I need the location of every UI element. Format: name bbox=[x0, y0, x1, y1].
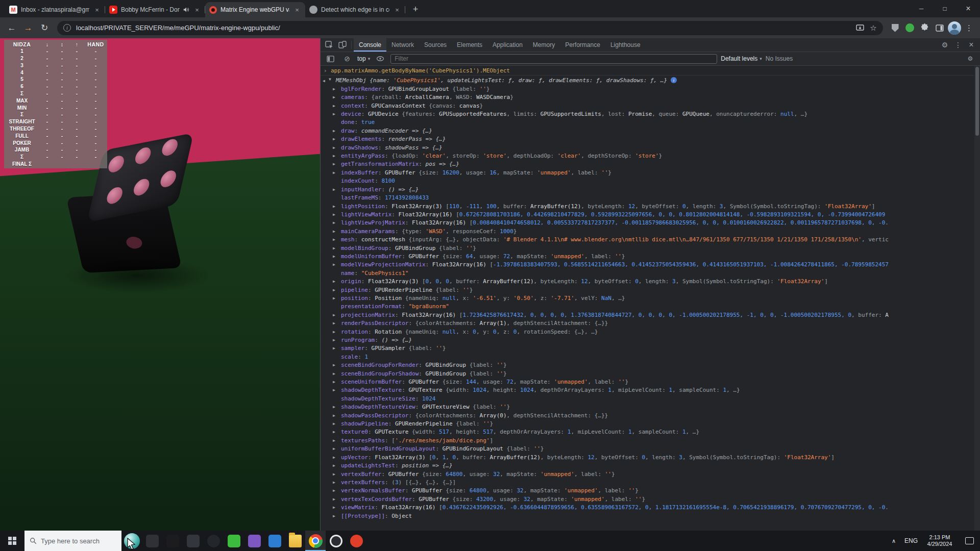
expand-triangle-icon[interactable]: ▶ bbox=[333, 135, 335, 143]
console-property-row[interactable]: ▶upVector: Float32Array(3) [0, 1, 0, buf… bbox=[321, 454, 974, 462]
extension-shield-icon[interactable] bbox=[888, 21, 902, 35]
expand-triangle-icon[interactable]: ▶ bbox=[333, 203, 335, 211]
score-cell[interactable]: - bbox=[69, 105, 84, 111]
score-cell[interactable]: - bbox=[55, 140, 69, 146]
console-property-row[interactable]: ▶bglForRender: GPUBindGroupLayout {label… bbox=[321, 85, 974, 93]
browser-tab[interactable]: Detect which edge is in contac× bbox=[305, 2, 405, 17]
console-property-row[interactable]: ▶modelBindGroup: GPUBindGroup {label: ''… bbox=[321, 244, 974, 253]
console-property-row[interactable]: ▶origin: Float32Array(3) [0, 0, 0, buffe… bbox=[321, 278, 974, 286]
console-property-row[interactable]: ▶getTransformationMatrix: pos => {…} bbox=[321, 160, 974, 168]
console-output[interactable]: ›app.matrixAmmo.getBodyByName('CubePhysi… bbox=[321, 66, 980, 531]
toggle-device-toolbar-icon[interactable] bbox=[336, 39, 349, 51]
score-cell[interactable]: - bbox=[69, 48, 84, 54]
expand-triangle-icon[interactable]: ▶ bbox=[333, 412, 335, 420]
console-property-row[interactable]: ▶context: GPUCanvasContext {canvas: canv… bbox=[321, 102, 974, 110]
window-minimize-button[interactable]: ─ bbox=[910, 0, 933, 17]
expand-triangle-icon[interactable]: ▶ bbox=[333, 286, 335, 294]
console-property-row[interactable]: ▶sceneBindGroupForRender: GPUBindGroup {… bbox=[321, 361, 974, 369]
taskbar-terminal-app-button[interactable] bbox=[162, 531, 183, 551]
console-property-row[interactable]: presentationFormat: "bgra8unorm" bbox=[321, 303, 974, 311]
expand-triangle-icon[interactable]: ▶ bbox=[333, 487, 335, 495]
devtools-menu-kebab-icon[interactable]: ⋮ bbox=[951, 39, 965, 51]
console-property-row[interactable]: ▶rotation: Rotation {nameUniq: null, x: … bbox=[321, 328, 974, 336]
score-cell[interactable]: - bbox=[55, 154, 69, 160]
taskbar-search-input[interactable]: Type here to search bbox=[24, 531, 121, 551]
issues-counter[interactable]: No Issues bbox=[766, 55, 793, 62]
expand-triangle-icon[interactable]: ▶ bbox=[333, 278, 335, 286]
taskbar-dev-app-button[interactable] bbox=[183, 531, 203, 551]
audio-speaker-icon[interactable] bbox=[183, 7, 189, 13]
expand-triangle-icon[interactable]: ▶ bbox=[333, 495, 335, 504]
score-cell[interactable]: - bbox=[55, 105, 69, 111]
score-cell[interactable]: - bbox=[55, 84, 69, 89]
score-cell[interactable]: - bbox=[40, 119, 55, 124]
window-close-button[interactable]: × bbox=[957, 0, 980, 17]
score-cell[interactable]: - bbox=[84, 119, 107, 124]
console-property-row[interactable]: ▶shadowPassDescriptor: {colorAttachments… bbox=[321, 412, 974, 420]
console-property-row[interactable]: ▶mesh: constructMesh {inputArg: {…}, obj… bbox=[321, 236, 974, 244]
score-cell[interactable]: - bbox=[69, 126, 84, 132]
taskbar-dark-app-button[interactable] bbox=[142, 531, 162, 551]
expand-triangle-icon[interactable]: ▼ bbox=[329, 76, 331, 84]
expand-triangle-icon[interactable]: ▶ bbox=[333, 127, 335, 135]
console-property-row[interactable]: scale: 1 bbox=[321, 353, 974, 361]
url-text[interactable]: localhost/PRIVATE_SERVER/me/meGPU/matrix… bbox=[76, 24, 853, 32]
score-cell[interactable]: - bbox=[84, 56, 107, 61]
bookmark-star-icon[interactable]: ☆ bbox=[867, 21, 880, 35]
console-property-row[interactable]: ▶viewMatrix: Float32Array(16) [0.4367622… bbox=[321, 504, 974, 512]
window-maximize-button[interactable]: □ bbox=[933, 0, 957, 17]
score-cell[interactable]: - bbox=[40, 84, 55, 89]
browser-menu-kebab-icon[interactable]: ⋮ bbox=[962, 21, 976, 35]
console-property-row[interactable]: ▶position: Position {nameUniq: null, x: … bbox=[321, 294, 974, 303]
score-cell[interactable]: - bbox=[40, 105, 55, 111]
language-indicator[interactable]: ENG bbox=[901, 537, 921, 544]
expand-triangle-icon[interactable]: ▶ bbox=[333, 152, 335, 160]
expand-triangle-icon[interactable]: ▶ bbox=[333, 361, 335, 369]
address-bar[interactable]: i localhost/PRIVATE_SERVER/me/meGPU/matr… bbox=[57, 21, 883, 35]
extensions-puzzle-icon[interactable] bbox=[918, 21, 932, 35]
devtools-tab-memory[interactable]: Memory bbox=[528, 38, 560, 52]
score-cell[interactable]: - bbox=[69, 56, 84, 61]
score-cell[interactable]: - bbox=[55, 112, 69, 117]
score-cell[interactable]: - bbox=[84, 84, 107, 89]
console-property-row[interactable]: ▶inputHandler: () => {…} bbox=[321, 186, 974, 194]
expand-triangle-icon[interactable]: ▶ bbox=[333, 328, 335, 336]
score-cell[interactable]: - bbox=[40, 98, 55, 104]
console-settings-gear-icon[interactable]: ⚙ bbox=[964, 53, 977, 65]
tab-close-icon[interactable]: × bbox=[193, 6, 201, 14]
log-levels-dropdown[interactable]: Default levels ▾ bbox=[721, 55, 762, 62]
devtools-tab-performance[interactable]: Performance bbox=[560, 38, 605, 52]
expand-triangle-icon[interactable]: ▶ bbox=[333, 294, 335, 303]
expand-triangle-icon[interactable]: ▶ bbox=[333, 261, 335, 269]
expand-triangle-icon[interactable]: ▶ bbox=[333, 479, 335, 487]
devtools-tab-network[interactable]: Network bbox=[386, 38, 419, 52]
expand-triangle-icon[interactable]: ▶ bbox=[333, 454, 335, 462]
expand-triangle-icon[interactable]: ▶ bbox=[333, 336, 335, 344]
score-cell[interactable]: - bbox=[69, 84, 84, 89]
console-filter-input[interactable] bbox=[390, 54, 717, 64]
console-property-row[interactable]: ▶lightPosition: Float32Array(3) [110, -1… bbox=[321, 203, 974, 211]
expand-triangle-icon[interactable]: ▶ bbox=[333, 93, 335, 102]
devtools-tab-sources[interactable]: Sources bbox=[419, 38, 452, 52]
score-cell[interactable]: - bbox=[69, 133, 84, 139]
expand-triangle-icon[interactable]: ▶ bbox=[333, 470, 335, 479]
score-cell[interactable]: - bbox=[40, 133, 55, 139]
console-sidebar-toggle-icon[interactable] bbox=[324, 53, 337, 65]
console-property-row[interactable]: ▶[[Prototype]]: Object bbox=[321, 512, 974, 520]
console-property-row[interactable]: ▶indexBuffer: GPUBuffer {size: 16200, us… bbox=[321, 169, 974, 177]
score-cell[interactable]: - bbox=[84, 105, 107, 111]
score-cell[interactable]: - bbox=[84, 70, 107, 76]
live-expression-eye-icon[interactable] bbox=[374, 53, 387, 65]
console-property-row[interactable]: ▶shadowDepthTextureView: GPUTextureView … bbox=[321, 403, 974, 411]
console-property-row[interactable]: ▶shadowPipeline: GPURenderPipeline {labe… bbox=[321, 420, 974, 428]
inspect-element-icon[interactable] bbox=[323, 39, 336, 51]
console-property-row[interactable]: done: true bbox=[321, 118, 974, 127]
score-cell[interactable]: - bbox=[84, 48, 107, 54]
expand-triangle-icon[interactable]: ▶ bbox=[333, 211, 335, 219]
back-button[interactable]: ← bbox=[4, 20, 19, 36]
clear-console-icon[interactable]: ⊘ bbox=[340, 53, 354, 65]
score-cell[interactable]: - bbox=[84, 112, 107, 117]
score-cell[interactable]: - bbox=[55, 147, 69, 153]
console-property-row[interactable]: ▶modelUniformBuffer: GPUBuffer {size: 64… bbox=[321, 253, 974, 261]
start-button[interactable] bbox=[0, 531, 24, 551]
